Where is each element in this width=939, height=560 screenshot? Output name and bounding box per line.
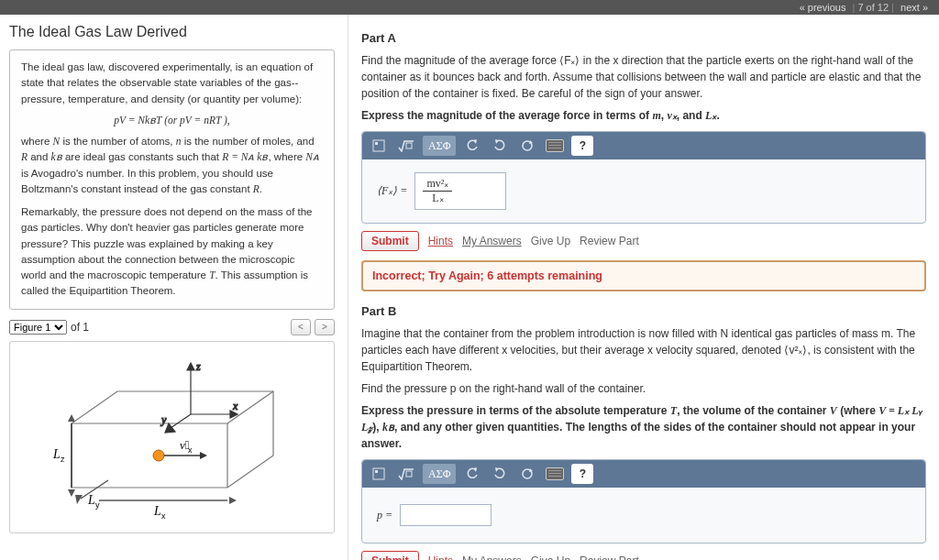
part-b-input-area: ΑΣΦ ? p = [361,459,926,544]
figure-diagram: Lz Lx Ly v⃗x z x y [9,341,335,533]
intro-p3: Remarkably, the pressure does not depend… [21,204,323,300]
next-link[interactable]: next » [900,2,928,13]
svg-rect-28 [375,142,378,145]
review-link[interactable]: Review Part [580,555,639,560]
part-a-answer-field[interactable]: mv²ₓLₓ [414,172,506,210]
equation-toolbar: ΑΣΦ ? [362,132,925,159]
svg-text:x: x [232,400,238,412]
part-b-p1: Imagine that the container from the prob… [361,325,926,375]
part-b-answer-field[interactable] [400,504,492,526]
figure-prev-button[interactable]: < [291,319,311,335]
part-a-title: Part A [361,31,926,45]
svg-rect-34 [373,468,384,479]
figure-next-button[interactable]: > [315,319,335,335]
svg-rect-27 [373,140,384,151]
part-a-prompt: Find the magnitude of the average force … [361,52,926,102]
submit-button[interactable]: Submit [361,551,419,560]
reset-icon[interactable] [516,136,538,156]
redo-icon[interactable] [489,136,511,156]
svg-point-13 [153,450,164,461]
give-up-link[interactable]: Give Up [531,235,570,247]
part-a-express: Express the magnitude of the average for… [361,107,926,124]
my-answers-link[interactable]: My Answers [462,235,522,247]
svg-marker-19 [187,363,194,370]
svg-text:z: z [195,360,201,373]
template-icon[interactable] [368,464,390,484]
svg-line-24 [171,414,191,428]
intro-box: The ideal gas law, discovered experiment… [9,49,335,310]
sqrt-icon[interactable] [395,464,417,484]
intro-p2: where N is the number of atoms, n is the… [21,134,323,197]
undo-icon[interactable] [461,464,483,484]
svg-rect-35 [375,470,378,473]
svg-marker-2 [68,489,75,497]
reset-icon[interactable] [516,464,538,484]
svg-text:y: y [160,413,167,426]
svg-marker-25 [165,423,175,433]
svg-text:y: y [95,500,100,510]
redo-icon[interactable] [489,464,511,484]
part-b-actions: Submit Hints My Answers Give Up Review P… [361,551,926,560]
keyboard-icon[interactable] [544,464,566,484]
part-b-express: Express the pressure in terms of the abs… [361,402,926,452]
svg-rect-29 [406,143,412,148]
svg-text:z: z [61,455,65,464]
sqrt-icon[interactable] [395,136,417,156]
svg-marker-15 [200,452,207,459]
part-b-p2: Find the pressure p on the right-hand wa… [361,380,926,397]
review-link[interactable]: Review Part [580,235,639,247]
svg-text:L: L [87,493,95,507]
submit-button[interactable]: Submit [361,231,419,251]
top-nav: « previous | 7 of 12 | next » [0,0,939,15]
figure-pager: Figure 1 of 1 < > [9,319,335,335]
svg-rect-36 [406,471,412,477]
svg-marker-33 [529,140,533,144]
svg-text:x: x [188,445,193,455]
part-a-actions: Submit Hints My Answers Give Up Review P… [361,231,926,251]
undo-icon[interactable] [461,136,483,156]
svg-marker-40 [529,468,533,472]
prev-link[interactable]: « previous [800,2,846,13]
page-title: The Ideal Gas Law Derived [9,24,335,40]
hints-link[interactable]: Hints [428,555,453,560]
intro-p1: The ideal gas law, discovered experiment… [21,60,323,107]
keyboard-icon[interactable] [544,136,566,156]
give-up-link[interactable]: Give Up [531,555,570,560]
part-a-lhs: ⟨Fₓ⟩ = [377,184,407,198]
greek-button[interactable]: ΑΣΦ [423,136,456,156]
svg-marker-10 [75,495,83,504]
ideal-gas-equation: pV = NkʙT (or pV = nRT ), [21,113,323,128]
svg-text:x: x [161,511,166,521]
help-button[interactable]: ? [571,136,593,156]
my-answers-link[interactable]: My Answers [462,555,522,560]
part-b-title: Part B [361,304,926,318]
hints-link[interactable]: Hints [428,235,453,247]
template-icon[interactable] [368,136,390,156]
svg-marker-1 [68,414,75,422]
page-counter: 7 of 12 [857,2,889,13]
part-a-input-area: ΑΣΦ ? ⟨Fₓ⟩ = mv²ₓLₓ [361,131,926,224]
svg-text:L: L [52,447,61,461]
equation-toolbar-b: ΑΣΦ ? [362,460,925,488]
help-button[interactable]: ? [571,464,593,484]
svg-text:L: L [153,504,161,518]
feedback-message: Incorrect; Try Again; 6 attempts remaini… [361,260,926,291]
svg-marker-6 [229,497,237,504]
figure-of: of 1 [71,321,89,334]
greek-button[interactable]: ΑΣΦ [423,464,456,484]
figure-select[interactable]: Figure 1 [9,320,67,335]
part-b-lhs: p = [377,509,392,522]
